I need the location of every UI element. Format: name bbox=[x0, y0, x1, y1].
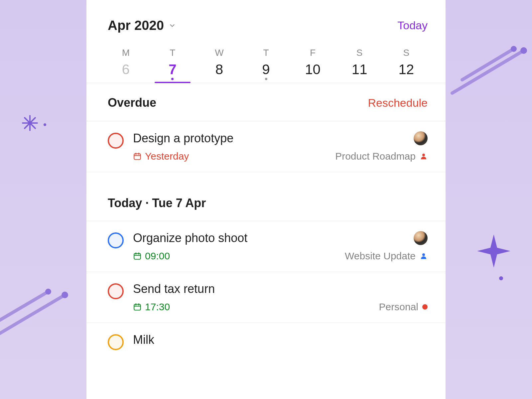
task-row[interactable]: Send tax return 17:30 Personal bbox=[86, 272, 446, 323]
month-picker[interactable]: Apr 2020 bbox=[108, 18, 176, 33]
day-cell[interactable]: T 7 bbox=[149, 48, 196, 83]
day-of-week: M bbox=[122, 48, 130, 58]
svg-rect-25 bbox=[134, 304, 141, 310]
task-due: Yesterday bbox=[133, 151, 189, 162]
svg-rect-15 bbox=[134, 154, 141, 159]
task-title: Organize photo shoot bbox=[133, 231, 247, 245]
section-spacer bbox=[86, 172, 446, 196]
svg-line-5 bbox=[0, 296, 63, 339]
chevron-down-icon bbox=[169, 22, 176, 29]
task-body: Send tax return 17:30 Personal bbox=[133, 282, 428, 313]
day-cell[interactable]: S 12 bbox=[383, 48, 430, 83]
svg-marker-13 bbox=[477, 234, 510, 268]
day-cell[interactable]: F 10 bbox=[289, 48, 336, 83]
task-body: Organize photo shoot 09:00 Website Updat… bbox=[133, 231, 428, 262]
svg-point-4 bbox=[44, 123, 46, 126]
person-icon bbox=[420, 152, 428, 160]
svg-rect-20 bbox=[134, 253, 141, 259]
person-icon bbox=[420, 252, 428, 260]
project-name: Website Update bbox=[345, 250, 416, 262]
task-checkbox[interactable] bbox=[108, 334, 124, 350]
svg-point-10 bbox=[520, 47, 527, 54]
section-title: Overdue bbox=[108, 96, 156, 110]
sparkle-icon bbox=[475, 233, 512, 269]
svg-line-11 bbox=[462, 50, 512, 80]
comet-icon bbox=[449, 43, 532, 100]
task-title: Milk bbox=[133, 333, 154, 347]
today-section-header: Today · Tue 7 Apr bbox=[86, 196, 446, 221]
calendar-header: Apr 2020 Today bbox=[86, 0, 446, 33]
sparkle-icon bbox=[20, 113, 40, 133]
calendar-icon bbox=[133, 303, 142, 311]
task-title: Send tax return bbox=[133, 282, 215, 296]
task-row[interactable]: Organize photo shoot 09:00 Website Updat… bbox=[86, 221, 446, 272]
day-cell[interactable]: S 11 bbox=[336, 48, 383, 83]
task-project[interactable]: Personal bbox=[379, 301, 428, 313]
day-cell[interactable]: T 9 bbox=[243, 48, 290, 83]
event-dot-icon bbox=[265, 78, 267, 80]
dot-icon bbox=[499, 276, 503, 281]
month-label: Apr 2020 bbox=[108, 18, 164, 33]
svg-point-24 bbox=[422, 253, 425, 256]
svg-point-14 bbox=[499, 276, 503, 280]
day-number: 6 bbox=[122, 62, 130, 77]
calendar-icon bbox=[133, 152, 142, 161]
calendar-icon bbox=[133, 252, 142, 260]
svg-point-6 bbox=[62, 292, 68, 298]
task-body: Design a prototype Yesterday Product Roa… bbox=[133, 131, 428, 162]
overdue-section-header: Overdue Reschedule bbox=[86, 83, 446, 121]
day-number: 7 bbox=[169, 62, 176, 77]
task-project[interactable]: Website Update bbox=[345, 250, 428, 262]
project-name: Product Roadmap bbox=[335, 151, 416, 162]
day-number: 8 bbox=[215, 62, 223, 77]
task-body: Milk bbox=[133, 333, 428, 347]
day-of-week: T bbox=[170, 48, 175, 58]
task-due: 17:30 bbox=[133, 301, 170, 313]
day-cell[interactable]: W 8 bbox=[196, 48, 243, 83]
week-strip: M 6 T 7 W 8 T 9 F 10 S 11 S 12 bbox=[86, 33, 446, 83]
day-of-week: W bbox=[215, 48, 223, 58]
assignee-avatar[interactable] bbox=[414, 231, 428, 245]
task-row[interactable]: Milk bbox=[86, 323, 446, 360]
task-checkbox[interactable] bbox=[108, 283, 124, 299]
day-of-week: T bbox=[263, 48, 269, 58]
svg-line-9 bbox=[452, 52, 522, 93]
task-project[interactable]: Product Roadmap bbox=[335, 151, 428, 162]
task-due-label: Yesterday bbox=[145, 151, 189, 162]
svg-line-3 bbox=[25, 118, 35, 128]
task-row[interactable]: Design a prototype Yesterday Product Roa… bbox=[86, 121, 446, 172]
task-title: Design a prototype bbox=[133, 131, 233, 145]
comet-icon bbox=[0, 286, 86, 346]
day-of-week: F bbox=[310, 48, 316, 58]
task-due: 09:00 bbox=[133, 250, 170, 262]
reschedule-button[interactable]: Reschedule bbox=[368, 96, 428, 109]
task-checkbox[interactable] bbox=[108, 133, 124, 149]
day-number: 10 bbox=[305, 62, 321, 77]
svg-point-8 bbox=[45, 289, 51, 295]
task-due-label: 17:30 bbox=[145, 301, 170, 313]
day-number: 12 bbox=[398, 62, 414, 77]
dot-icon bbox=[43, 123, 47, 126]
project-name: Personal bbox=[379, 301, 418, 313]
svg-line-2 bbox=[25, 118, 35, 128]
day-number: 11 bbox=[352, 62, 367, 77]
task-checkbox[interactable] bbox=[108, 232, 124, 248]
svg-point-19 bbox=[422, 154, 425, 156]
event-dot-icon bbox=[171, 78, 174, 80]
today-button[interactable]: Today bbox=[397, 19, 428, 32]
app-screen: Apr 2020 Today M 6 T 7 W 8 T 9 F 10 bbox=[86, 0, 446, 399]
day-number: 9 bbox=[262, 62, 270, 77]
svg-point-12 bbox=[511, 46, 517, 52]
day-cell[interactable]: M 6 bbox=[102, 48, 149, 83]
assignee-avatar[interactable] bbox=[414, 131, 428, 145]
project-dot-icon bbox=[422, 304, 428, 310]
day-of-week: S bbox=[403, 48, 409, 58]
day-of-week: S bbox=[356, 48, 363, 58]
task-due-label: 09:00 bbox=[145, 250, 170, 262]
svg-line-7 bbox=[0, 293, 47, 326]
